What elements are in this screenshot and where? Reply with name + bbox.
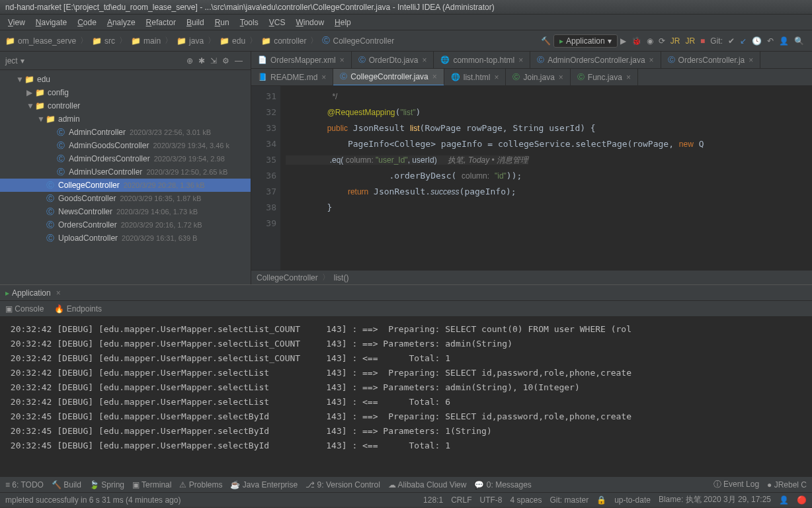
run-icon[interactable]: ▶ bbox=[620, 36, 626, 46]
breadcrumb-item[interactable]: CollegeController bbox=[333, 36, 394, 46]
tool-window-button[interactable]: ≡ 6: TODO bbox=[5, 480, 44, 489]
expand-icon[interactable]: ✱ bbox=[198, 56, 205, 65]
project-tree[interactable]: ▼📁edu▶📁config▼📁controller▼📁adminⒸAdminCo… bbox=[0, 70, 251, 284]
tree-node-collegecontroller[interactable]: ⒸCollegeController2020/3/29 20:28, 1.36 … bbox=[0, 179, 251, 192]
tree-node-adminusercontroller[interactable]: ⒸAdminUserController2020/3/29 12:50, 2.6… bbox=[0, 165, 251, 179]
stop-icon[interactable]: ■ bbox=[700, 36, 705, 46]
tree-node-admin[interactable]: ▼📁admin bbox=[0, 112, 251, 126]
tool-window-button[interactable]: ☕ Java Enterprise bbox=[230, 480, 298, 489]
close-icon[interactable]: × bbox=[494, 73, 499, 82]
console-tab-endpoints[interactable]: 🔥 Endpoints bbox=[54, 304, 102, 314]
tree-node-uploadcontroller[interactable]: ⒸUploadController2020/3/29 16:31, 639 B bbox=[0, 232, 251, 245]
jr2-icon[interactable]: JR bbox=[685, 36, 695, 46]
run-tab[interactable]: ▸Application× bbox=[5, 288, 61, 298]
editor-tab[interactable]: 📘README.md× bbox=[251, 69, 333, 86]
menu-window[interactable]: Window bbox=[290, 18, 329, 27]
window-titlebar: nd-hand-market [E:\project_td\edu_room_l… bbox=[0, 0, 812, 15]
menu-run[interactable]: Run bbox=[210, 18, 235, 27]
git-label: Git: bbox=[710, 36, 723, 46]
run-config-selector[interactable]: ▸Application▾ bbox=[553, 34, 618, 48]
settings-icon[interactable]: 👤 bbox=[779, 36, 789, 46]
tree-node-orderscontroller[interactable]: ⒸOrdersController2020/3/29 20:16, 1.72 k… bbox=[0, 218, 251, 232]
editor-tab[interactable]: 📄OrdersMapper.xml× bbox=[251, 52, 352, 69]
git-update-icon[interactable]: ✔ bbox=[728, 36, 735, 46]
menu-vcs[interactable]: VCS bbox=[264, 18, 291, 27]
settings-icon[interactable]: ⚙ bbox=[222, 56, 229, 65]
git-commit-icon[interactable]: ↙ bbox=[740, 36, 747, 46]
caret-position[interactable]: 128:1 bbox=[423, 495, 443, 505]
tree-node-adminorderscontroller[interactable]: ⒸAdminOrdersController2020/3/29 19:54, 2… bbox=[0, 152, 251, 165]
tool-window-button[interactable]: ☁ Alibaba Cloud View bbox=[388, 480, 467, 489]
collapse-icon[interactable]: ⇲ bbox=[210, 56, 217, 65]
tree-node-admincontroller[interactable]: ⒸAdminController2020/3/23 22:56, 3.01 kB bbox=[0, 126, 251, 139]
tool-window-button[interactable]: ⚠ Problems bbox=[179, 480, 222, 489]
crumb-item[interactable]: CollegeController bbox=[257, 273, 318, 282]
menu-build[interactable]: Build bbox=[181, 18, 210, 27]
tool-window-button[interactable]: 💬 0: Messages bbox=[474, 480, 531, 489]
editor-tab[interactable]: ⒸOrderDto.java× bbox=[352, 52, 434, 69]
breadcrumb-item[interactable]: om_lease_serve bbox=[18, 36, 76, 46]
code-editor[interactable]: */ @RequestMapping("list") public JsonRe… bbox=[280, 86, 812, 270]
crumb-item[interactable]: list() bbox=[334, 273, 349, 282]
git-history-icon[interactable]: 🕓 bbox=[752, 36, 762, 46]
close-icon[interactable]: × bbox=[340, 56, 345, 65]
inspector-icon[interactable]: 👤 bbox=[779, 495, 789, 505]
editor-tab[interactable]: ⒸAdminOrdersController.java× bbox=[530, 52, 661, 69]
menu-help[interactable]: Help bbox=[329, 18, 356, 27]
debug-icon[interactable]: 🐞 bbox=[631, 36, 641, 46]
profile-icon[interactable]: ⟳ bbox=[659, 36, 665, 46]
close-icon[interactable]: × bbox=[432, 72, 437, 81]
menu-tools[interactable]: Tools bbox=[235, 18, 264, 27]
hide-icon[interactable]: — bbox=[235, 56, 243, 65]
breadcrumb-item[interactable]: controller bbox=[274, 36, 306, 46]
jr-icon[interactable]: JR bbox=[670, 36, 680, 46]
close-icon[interactable]: × bbox=[422, 56, 426, 65]
encoding[interactable]: UTF-8 bbox=[479, 495, 502, 505]
console-tab-console[interactable]: ▣ Console bbox=[5, 304, 44, 314]
chrome-icon[interactable]: 🔴 bbox=[797, 495, 807, 505]
tool-window-button[interactable]: ▣ Terminal bbox=[132, 480, 171, 489]
tree-node-edu[interactable]: ▼📁edu bbox=[0, 73, 251, 86]
tool-window-button[interactable]: 🍃 Spring bbox=[89, 480, 124, 489]
tree-node-controller[interactable]: ▼📁controller bbox=[0, 99, 251, 112]
menu-navigate[interactable]: Navigate bbox=[30, 18, 72, 27]
menu-view[interactable]: View bbox=[3, 18, 30, 27]
breadcrumb-item[interactable]: edu bbox=[232, 36, 245, 46]
editor-tab[interactable]: 🌐common-top.html× bbox=[434, 52, 530, 69]
close-icon[interactable]: × bbox=[649, 56, 654, 65]
lock-icon[interactable]: 🔒 bbox=[596, 495, 606, 505]
editor-tab[interactable]: ⒸJoin.java× bbox=[506, 69, 570, 86]
line-separator[interactable]: CRLF bbox=[451, 495, 471, 505]
tree-node-config[interactable]: ▶📁config bbox=[0, 86, 251, 99]
editor-tab[interactable]: 🌐list.html× bbox=[444, 69, 507, 86]
editor-tab[interactable]: ⒸCollegeController.java× bbox=[333, 69, 444, 86]
menu-analyze[interactable]: Analyze bbox=[102, 18, 141, 27]
tree-node-goodscontroller[interactable]: ⒸGoodsController2020/3/29 16:35, 1.87 kB bbox=[0, 192, 251, 205]
search-icon[interactable]: 🔍 bbox=[794, 36, 804, 46]
tool-window-button[interactable]: ⓘ Event Log bbox=[713, 479, 759, 490]
close-icon[interactable]: × bbox=[559, 73, 563, 82]
breadcrumb-item[interactable]: java bbox=[189, 36, 204, 46]
scroll-to-icon[interactable]: ⊕ bbox=[186, 56, 193, 65]
indent[interactable]: 4 spaces bbox=[510, 495, 542, 505]
editor-tab[interactable]: ⒸFunc.java× bbox=[571, 69, 638, 86]
close-icon[interactable]: × bbox=[749, 56, 753, 65]
tool-window-button[interactable]: ● JRebel C bbox=[767, 480, 807, 489]
menu-refactor[interactable]: Refactor bbox=[141, 18, 181, 27]
coverage-icon[interactable]: ◉ bbox=[647, 36, 653, 46]
console-output[interactable]: 20:32:42 [DEBUG] [edu.mapper.UserMapper.… bbox=[0, 317, 812, 476]
close-icon[interactable]: × bbox=[518, 56, 523, 65]
tree-node-newscontroller[interactable]: ⒸNewsController2020/3/29 14:06, 1.73 kB bbox=[0, 205, 251, 218]
editor-tab[interactable]: ⒸOrdersController.ja× bbox=[661, 52, 761, 69]
git-revert-icon[interactable]: ↶ bbox=[767, 36, 774, 46]
tool-window-button[interactable]: 🔨 Build bbox=[52, 480, 81, 489]
tool-window-button[interactable]: ⎇ 9: Version Control bbox=[305, 480, 380, 489]
tree-node-admingoodscontroller[interactable]: ⒸAdminGoodsController2020/3/29 19:34, 3.… bbox=[0, 139, 251, 152]
close-icon[interactable]: × bbox=[626, 73, 631, 82]
close-icon[interactable]: × bbox=[321, 73, 326, 82]
git-branch[interactable]: Git: master bbox=[550, 495, 589, 505]
build-icon[interactable]: 🔨 bbox=[541, 36, 551, 46]
menu-code[interactable]: Code bbox=[72, 18, 102, 27]
breadcrumb-item[interactable]: main bbox=[143, 36, 161, 46]
breadcrumb-item[interactable]: src bbox=[104, 36, 115, 46]
